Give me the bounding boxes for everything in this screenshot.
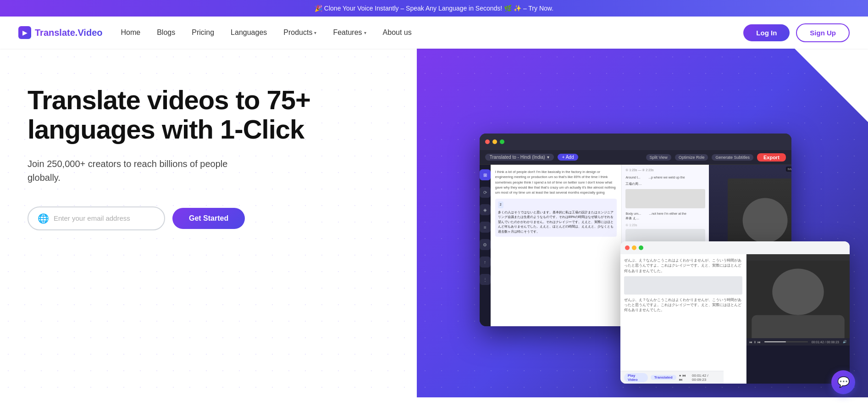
transcript-original-text: I think a lot of people don't I'm like b…: [495, 169, 617, 195]
hero-right: Translated to - Hindi (India) ▾ + Add Sp…: [417, 49, 868, 397]
nav-links: Home Blogs Pricing Languages Products ▾ …: [121, 28, 743, 37]
optimize-button[interactable]: Optimize Role: [675, 154, 708, 161]
get-started-button[interactable]: Get Started: [172, 208, 245, 229]
process-icon[interactable]: ◈: [480, 204, 491, 215]
mockup2-duration: 00:01:42 / 00:09:23: [692, 374, 720, 382]
mockup2-bottom-controls: Play Video Translated ● ⏮ ⏭ 00:01:42 / 0…: [620, 371, 724, 384]
logo-link[interactable]: ▶ Translate.Video: [18, 26, 102, 39]
subtitle-icon[interactable]: ≡: [480, 222, 491, 233]
hero-subtitle: Join 250,000+ creators to reach billions…: [28, 157, 248, 184]
mockup2-video: [746, 254, 850, 338]
mockup-toolbar: Translated to - Hindi (India) ▾ + Add Sp…: [480, 150, 791, 165]
hero-section: Translate videos to 75+ languages with 1…: [0, 49, 868, 397]
chat-bubble-button[interactable]: 💬: [831, 370, 855, 394]
nav-actions: Log In Sign Up: [743, 23, 850, 42]
chevron-down-icon: ▾: [314, 30, 316, 35]
logo-text: Translate.Video: [35, 28, 102, 38]
mockup2-time: ● ⏮ ⏭: [679, 374, 689, 382]
split-view-button[interactable]: Split View: [646, 154, 671, 161]
login-button[interactable]: Log In: [743, 24, 790, 41]
nav-about[interactable]: About us: [383, 28, 412, 37]
chat-icon: 💬: [837, 376, 850, 388]
logo-icon: ▶: [18, 26, 31, 39]
translated-btn[interactable]: Translated: [651, 375, 676, 380]
mockup2-transcript: ぜんぶ、え？なんかこうこれはよくわかりませんが、こういう時間があったと思うんです…: [620, 254, 746, 384]
mockup2-header: [620, 241, 850, 254]
mockup-header: [480, 134, 791, 150]
banner-text: 🎉 Clone Your Voice Instantly – Speak Any…: [315, 5, 553, 12]
svg-rect-3: [772, 268, 824, 315]
win-max-2: [639, 245, 643, 250]
generate-subtitles-button[interactable]: Generate Subtitles: [712, 154, 753, 161]
play-video-btn[interactable]: Play Video: [624, 373, 648, 382]
signup-button[interactable]: Sign Up: [796, 23, 850, 42]
settings-icon[interactable]: ⚙: [480, 239, 491, 250]
app-mockup-secondary: ぜんぶ、え？なんかこうこれはよくわかりませんが、こういう時間があったと思うんです…: [620, 241, 850, 384]
navbar: ▶ Translate.Video Home Blogs Pricing Lan…: [0, 17, 868, 49]
mockup2-video-time: ⏮ ⏸ ⏭: [749, 340, 761, 344]
nav-products-label: Products: [283, 28, 312, 37]
language-selector[interactable]: Translated to - Hindi (India) ▾: [485, 154, 554, 161]
upload-icon[interactable]: ↑: [480, 256, 491, 268]
window-minimize-dot: [492, 139, 497, 144]
window-close-dot: [485, 139, 490, 144]
translate-icon[interactable]: ⟳: [480, 187, 491, 198]
window-maximize-dot: [500, 139, 504, 144]
options-icon[interactable]: ⋮: [480, 274, 491, 285]
nav-languages[interactable]: Languages: [231, 28, 267, 37]
dashboard-icon[interactable]: ⊞: [480, 169, 491, 180]
ts-blurred-block: [625, 189, 705, 208]
video-label: Male 1: [786, 167, 791, 172]
ts-time-1: ① 1:23s — ② 2:23s: [625, 168, 653, 172]
win-min-2: [632, 245, 636, 250]
mockup2-video-controls: ⏮ ⏸ ⏭ 00:01:42 / 00:08:23 🔊: [746, 338, 850, 346]
export-button[interactable]: Export: [757, 153, 786, 162]
hero-title: Translate videos to 75+ languages with 1…: [28, 85, 389, 144]
nav-home[interactable]: Home: [121, 28, 140, 37]
email-input-wrapper[interactable]: 🌐: [28, 206, 165, 230]
nav-features-dropdown[interactable]: Features ▾: [333, 28, 366, 37]
mockup-sidebar: ⊞ ⟳ ◈ ≡ ⚙ ↑ ⋮: [480, 165, 491, 326]
hero-left: Translate videos to 75+ languages with 1…: [0, 49, 417, 397]
transcript-panel: I think a lot of people don't I'm like b…: [491, 165, 622, 326]
globe-icon: 🌐: [38, 213, 49, 224]
mockup2-body: ぜんぶ、え？なんかこうこれはよくわかりませんが、こういう時間があったと思うんです…: [620, 254, 850, 384]
email-form: 🌐 Get Started: [28, 206, 389, 230]
email-input[interactable]: [54, 214, 155, 222]
svg-rect-4: [752, 315, 845, 339]
mockup2-blurred: [624, 276, 742, 295]
transcript-translated-text: 2 多くの人はそうではないと思います。基本的に私は工場の設計またはエンジニアリン…: [495, 199, 617, 237]
language-label: Translated to - Hindi (India): [490, 155, 545, 160]
add-button[interactable]: + Add: [558, 154, 579, 161]
nav-blogs[interactable]: Blogs: [157, 28, 175, 37]
mockup2-time-display: 00:01:42 / 00:08:23: [812, 340, 839, 344]
mockup2-text-block-1: ぜんぶ、え？なんかこうこれはよくわかりませんが、こういう時間があったと思うんです…: [624, 258, 742, 273]
volume-icon[interactable]: 🔊: [843, 340, 847, 344]
mockup2-text-block-2: ぜんぶ、え？なんかこうこれはよくわかりませんが、こういう時間があったと思うんです…: [624, 297, 742, 313]
chevron-down-icon-2: ▾: [364, 30, 366, 35]
top-banner[interactable]: 🎉 Clone Your Voice Instantly – Speak Any…: [0, 0, 868, 17]
ts-row-1: ① 1:23s — ② 2:23s: [625, 168, 705, 172]
nav-features-label: Features: [333, 28, 362, 37]
chevron-icon-toolbar: ▾: [547, 155, 549, 160]
ts-row-3: ① 1:23s: [625, 223, 705, 227]
nav-pricing[interactable]: Pricing: [192, 28, 214, 37]
mockup2-video-panel: ⏮ ⏸ ⏭ 00:01:42 / 00:08:23 🔊: [746, 254, 850, 384]
nav-products-dropdown[interactable]: Products ▾: [283, 28, 316, 37]
svg-rect-0: [742, 198, 787, 243]
win-close-2: [625, 245, 630, 250]
